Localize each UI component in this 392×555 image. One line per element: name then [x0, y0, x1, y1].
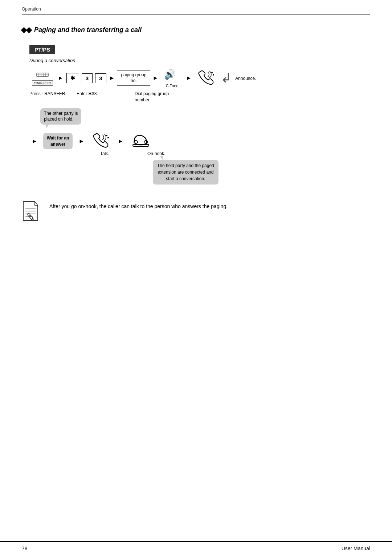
svg-point-10: [107, 137, 109, 138]
diamond-icons: [22, 28, 31, 32]
connected-bubble-area: The held party and the paged extension a…: [153, 160, 363, 185]
breadcrumb: Operation: [0, 0, 392, 15]
ctone-icon: 🔊: [164, 68, 180, 83]
transfer-icon-col: TRANSFER: [29, 71, 56, 86]
arrow-5: ►: [32, 138, 37, 145]
note-text: After you go on-hook, the caller can tal…: [49, 201, 228, 210]
announce-icon-col: [197, 70, 215, 87]
paging-group-col: paging group no.: [117, 70, 150, 85]
announce-icon: [197, 70, 215, 87]
paging-group-box: paging group no.: [117, 70, 150, 85]
enter-label: Enter ✱33.: [77, 91, 127, 103]
arrow-4: ►: [186, 75, 192, 81]
during-conversation-label: During a conversation: [29, 58, 363, 63]
note-icon: [22, 201, 44, 222]
connected-bubble: The held party and the paged extension a…: [153, 160, 219, 185]
section-title: Paging and then transferring a call: [22, 26, 370, 34]
arrow-1: ►: [58, 75, 64, 81]
step-row-1: TRANSFER ► ✱ 3 3 ► paging group no.: [29, 68, 363, 88]
page-number: 78: [22, 546, 28, 551]
press-transfer-label: Press TRANSFER.: [29, 91, 77, 103]
diamond-2: [26, 27, 32, 33]
hold-bubble: The other party is placed on hold.: [40, 108, 81, 125]
wait-bubble: Wait for an answer: [43, 133, 73, 150]
ctone-col: 🔊 C.Tone: [164, 68, 180, 88]
arrow-3: ►: [152, 75, 158, 81]
svg-text:🔊: 🔊: [164, 69, 176, 80]
svg-point-20: [29, 215, 32, 218]
row2-labels: Talk. On-hook.: [29, 151, 363, 156]
announce-label-col: Announce.: [235, 75, 256, 81]
page-footer: 78 User Manual: [0, 541, 392, 555]
key-star: ✱: [66, 73, 79, 83]
key-3a: 3: [82, 73, 93, 83]
curved-arrow: ↲: [221, 70, 232, 86]
manual-label: User Manual: [342, 546, 370, 551]
onhook-icon-col: [131, 133, 150, 150]
main-content: Paging and then transferring a call PT/P…: [0, 15, 392, 230]
arrow-6: ►: [78, 138, 84, 145]
step-row-2: ► Wait for an answer ►: [29, 133, 363, 150]
diagram-box: PT/PS During a conversation: [22, 39, 370, 192]
hold-bubble-area: The other party is placed on hold.: [40, 108, 363, 125]
transfer-icon: TRANSFER: [32, 71, 53, 86]
desc-row-1: Press TRANSFER. Enter ✱33. Dial paging g…: [29, 91, 363, 103]
ptps-label: PT/PS: [29, 45, 363, 58]
key-sequence: ✱ 3 3: [66, 73, 107, 83]
svg-point-13: [144, 141, 148, 143]
onhook-icon: [131, 133, 150, 150]
note-area: After you go on-hook, the caller can tal…: [22, 201, 370, 230]
arrow-7: ►: [118, 138, 123, 145]
dial-label: Dial paging gruop number .: [135, 91, 185, 103]
talk-label: Talk.: [100, 151, 136, 156]
talk-icon-col: [92, 133, 110, 150]
onhook-label: On-hook.: [147, 151, 184, 156]
svg-point-7: [211, 72, 213, 73]
svg-point-8: [213, 74, 214, 76]
arrow-2: ►: [109, 75, 115, 81]
key-3b: 3: [95, 73, 106, 83]
svg-point-9: [106, 135, 107, 136]
talk-icon: [92, 133, 110, 150]
